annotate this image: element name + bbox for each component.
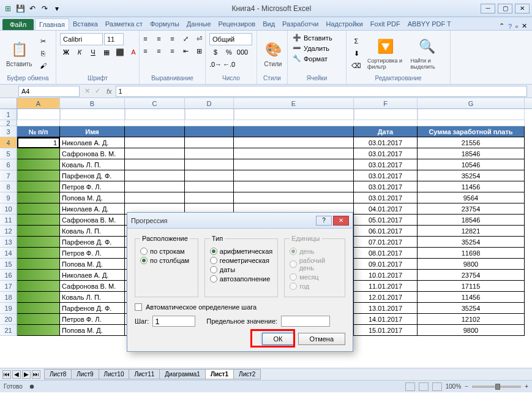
sheet-nav-next-icon[interactable]: ▶ <box>22 370 31 379</box>
cell-name[interactable]: Парфенов Д. Ф. <box>60 303 125 314</box>
orientation-icon[interactable]: ⤢ <box>180 33 192 44</box>
name-box[interactable]: A4 <box>18 86 80 97</box>
minimize-ribbon-icon[interactable]: ⌃ <box>499 22 504 30</box>
row-header-10[interactable]: 10 <box>0 203 17 215</box>
cell[interactable] <box>185 120 234 126</box>
percent-icon[interactable]: % <box>223 47 235 58</box>
cell-name[interactable]: Николаев А. Д. <box>60 137 125 148</box>
currency-icon[interactable]: $ <box>209 47 222 58</box>
row-header-15[interactable]: 15 <box>0 259 17 270</box>
cell-date[interactable]: 03.01.2017 <box>354 159 418 170</box>
fill-icon[interactable]: ⬇ <box>350 48 362 59</box>
col-header-G[interactable]: G <box>418 98 525 108</box>
col-header-E[interactable]: E <box>234 98 354 108</box>
dialog-help-button[interactable]: ? <box>316 216 332 226</box>
page-break-view-icon[interactable] <box>432 382 442 391</box>
cell-date[interactable]: 03.01.2017 <box>354 148 418 159</box>
cell-name[interactable]: Петров Ф. Л. <box>60 248 125 259</box>
row-header-5[interactable]: 5 <box>0 148 17 159</box>
type-auto-radio[interactable]: автозаполнение <box>210 275 272 283</box>
cell-name[interactable]: Петров Ф. Л. <box>60 314 125 325</box>
sheet-tab[interactable]: Диаграмма1 <box>159 369 206 379</box>
cell-n[interactable] <box>17 192 60 203</box>
wrap-text-icon[interactable]: ⏎ <box>193 33 206 44</box>
cell-n[interactable] <box>17 237 60 248</box>
file-tab[interactable]: Файл <box>2 19 34 30</box>
border-button[interactable]: ▦ <box>100 47 113 58</box>
cell[interactable] <box>60 120 125 126</box>
cell-date[interactable]: 07.01.2017 <box>354 237 418 248</box>
header-e[interactable] <box>234 126 354 137</box>
cell-date[interactable]: 11.01.2017 <box>354 281 418 292</box>
cell-n[interactable] <box>17 148 60 159</box>
row-header-3[interactable]: 3 <box>0 126 17 137</box>
header-sum[interactable]: Сумма заработной плать <box>418 126 525 137</box>
cell-cat[interactable] <box>234 181 354 192</box>
ribbon-tab-4[interactable]: Данные <box>183 18 215 30</box>
cell-sex[interactable] <box>185 181 234 192</box>
sheet-tab[interactable]: Лист11 <box>129 369 160 379</box>
cell-sum[interactable]: 35254 <box>418 303 525 314</box>
cell-date[interactable]: 06.01.2017 <box>354 226 418 237</box>
row-header-6[interactable]: 6 <box>0 159 17 170</box>
cell-n[interactable] <box>17 259 60 270</box>
cell-sex[interactable] <box>185 170 234 181</box>
ribbon-tab-0[interactable]: Главная <box>35 18 69 30</box>
cell-sex[interactable] <box>185 137 234 148</box>
cell-sum[interactable]: 10546 <box>418 159 525 170</box>
sheet-tab[interactable]: Лист2 <box>233 369 261 379</box>
cell-n[interactable] <box>17 270 60 281</box>
header-name[interactable]: Имя <box>60 126 125 137</box>
step-input[interactable] <box>152 316 195 327</box>
cell-name[interactable]: Николаев А. Д. <box>60 203 125 215</box>
by-rows-radio[interactable]: по строкам <box>140 248 193 255</box>
cell-name[interactable]: Сафронова В. М. <box>60 215 125 226</box>
increase-decimal-icon[interactable]: .0→ <box>209 59 222 70</box>
cell-date[interactable]: 05.01.2017 <box>354 215 418 226</box>
zoom-out-icon[interactable]: − <box>465 383 468 390</box>
ok-button[interactable]: ОК <box>262 333 294 345</box>
row-header-7[interactable]: 7 <box>0 170 17 181</box>
cell-sum[interactable]: 18546 <box>418 148 525 159</box>
sheet-tab[interactable]: Лист10 <box>99 369 130 379</box>
cell-n[interactable] <box>17 203 60 215</box>
row-header-4[interactable]: 4 <box>0 137 17 148</box>
cell[interactable] <box>418 120 525 126</box>
cell-n[interactable] <box>17 159 60 170</box>
cell-date[interactable]: 03.01.2017 <box>354 192 418 203</box>
cell-sum[interactable]: 11456 <box>418 181 525 192</box>
cell-name[interactable]: Сафронова В. М. <box>60 281 125 292</box>
align-middle-icon[interactable]: ≡ <box>153 33 165 44</box>
zoom-slider[interactable] <box>472 386 521 388</box>
cell-name[interactable]: Парфенов Д. Ф. <box>60 237 125 248</box>
cell-date[interactable]: 03.01.2017 <box>354 181 418 192</box>
cell-cat[interactable] <box>234 137 354 148</box>
cell-cat[interactable] <box>234 159 354 170</box>
font-size-combo[interactable]: 11 <box>104 33 124 45</box>
cell-n[interactable] <box>17 226 60 237</box>
auto-detect-checkbox[interactable]: Автоматическое определение шага <box>135 303 345 311</box>
cell-date[interactable]: 10.01.2017 <box>354 270 418 281</box>
format-cells-button[interactable]: 🔧Формат <box>291 54 329 63</box>
underline-button[interactable]: Ч <box>87 47 99 58</box>
cell-date[interactable]: 13.01.2017 <box>354 303 418 314</box>
header-n[interactable]: № п/п <box>17 126 60 137</box>
cell-date[interactable]: 08.01.2017 <box>354 248 418 259</box>
align-left-icon[interactable]: ≡ <box>140 45 152 56</box>
type-arith-radio[interactable]: арифметическая <box>210 248 272 255</box>
cell-sum[interactable]: 23754 <box>418 270 525 281</box>
header-d[interactable] <box>185 126 234 137</box>
col-header-A[interactable]: A <box>17 98 60 108</box>
cell-name[interactable]: Коваль Л. П. <box>60 292 125 303</box>
cell-n[interactable] <box>17 170 60 181</box>
cell-sum[interactable]: 11456 <box>418 292 525 303</box>
cell-sex[interactable] <box>185 159 234 170</box>
indent-decrease-icon[interactable]: ⇤ <box>180 45 192 56</box>
find-select-button[interactable]: 🔍 Найти и выделить <box>408 36 446 71</box>
italic-button[interactable]: К <box>73 47 86 58</box>
cell-name[interactable]: Попова М. Д. <box>60 259 125 270</box>
cell-cat[interactable] <box>234 192 354 203</box>
ribbon-tab-5[interactable]: Рецензиров <box>215 18 260 30</box>
align-top-icon[interactable]: ≡ <box>140 33 152 44</box>
paste-button[interactable]: 📋 Вставить <box>4 39 34 69</box>
